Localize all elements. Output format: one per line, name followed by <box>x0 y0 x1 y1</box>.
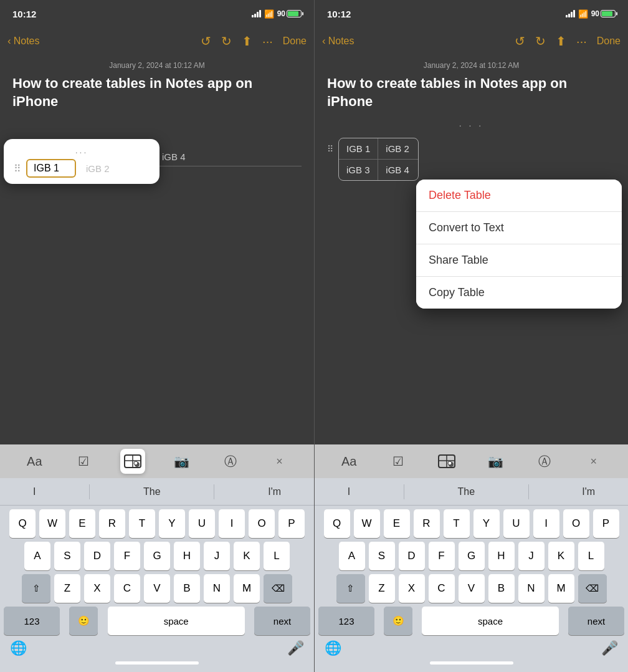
right-close-button[interactable]: × <box>581 449 606 474</box>
key-k[interactable]: K <box>234 542 260 570</box>
right-key-h[interactable]: H <box>488 542 515 570</box>
copy-table-item[interactable]: Copy Table <box>416 277 622 309</box>
right-key-u[interactable]: U <box>503 509 530 538</box>
table-cell-active[interactable]: IGB 1 <box>26 159 76 178</box>
right-redo-icon[interactable]: ↻ <box>535 34 546 49</box>
delete-table-item[interactable]: Delete Table <box>416 180 622 212</box>
right-mic-icon[interactable]: 🎤 <box>601 640 618 656</box>
space-key[interactable]: space <box>108 607 245 635</box>
right-delete-key[interactable]: ⌫ <box>578 574 607 603</box>
key-g[interactable]: G <box>144 542 170 570</box>
done-button[interactable]: Done <box>283 36 307 47</box>
key-y[interactable]: Y <box>159 509 185 538</box>
table-button[interactable] <box>120 449 145 474</box>
left-note-title[interactable]: How to create tables in Notes app on iPh… <box>12 75 302 110</box>
emoji-key[interactable]: 🙂 <box>69 607 98 635</box>
right-key-w[interactable]: W <box>354 509 380 538</box>
key-n[interactable]: N <box>204 574 230 603</box>
right-next-key[interactable]: next <box>568 607 624 635</box>
format-button[interactable]: Aa <box>22 449 47 474</box>
key-h[interactable]: H <box>174 542 200 570</box>
right-key-e[interactable]: E <box>384 509 410 538</box>
checklist-button[interactable]: ☑ <box>71 449 96 474</box>
camera-button[interactable]: 📷 <box>169 449 194 474</box>
right-cell-igb2[interactable]: iGB 2 <box>378 138 417 160</box>
right-done-button[interactable]: Done <box>597 36 621 47</box>
right-predictive-i[interactable]: I <box>335 482 363 501</box>
share-icon[interactable]: ⬆ <box>242 34 252 49</box>
convert-to-text-item[interactable]: Convert to Text <box>416 212 622 244</box>
next-key[interactable]: next <box>254 607 310 635</box>
right-key-c[interactable]: C <box>429 574 455 603</box>
key-o[interactable]: O <box>249 509 275 538</box>
right-emoji-key[interactable]: 🙂 <box>384 607 412 635</box>
left-nav-back[interactable]: ‹ Notes <box>7 35 39 47</box>
right-key-i[interactable]: I <box>533 509 559 538</box>
right-table[interactable]: IGB 1 iGB 2 iGB 3 iGB 4 <box>338 138 419 181</box>
key-s[interactable]: S <box>54 542 80 570</box>
table-popup[interactable]: ... ⠿ IGB 1 iGB 2 <box>4 139 159 184</box>
right-key-l[interactable]: L <box>578 542 604 570</box>
right-key-a[interactable]: A <box>339 542 365 570</box>
right-nav-back[interactable]: ‹ Notes <box>322 35 354 47</box>
right-checklist-button[interactable]: ☑ <box>386 449 411 474</box>
right-cell-igb3[interactable]: iGB 3 <box>339 160 378 180</box>
right-key-y[interactable]: Y <box>473 509 500 538</box>
right-key-s[interactable]: S <box>369 542 395 570</box>
key-t[interactable]: T <box>129 509 155 538</box>
undo-icon[interactable]: ↺ <box>201 34 211 49</box>
share-table-item[interactable]: Share Table <box>416 244 622 277</box>
right-key-k[interactable]: K <box>548 542 574 570</box>
right-key-o[interactable]: O <box>563 509 589 538</box>
right-cell-igb4[interactable]: iGB 4 <box>378 160 417 180</box>
mic-icon[interactable]: 🎤 <box>287 640 304 656</box>
key-j[interactable]: J <box>204 542 230 570</box>
right-markup-button[interactable]: Ⓐ <box>532 449 557 474</box>
key-m[interactable]: M <box>234 574 260 603</box>
right-globe-icon[interactable]: 🌐 <box>325 640 341 656</box>
back-label[interactable]: Notes <box>14 36 40 47</box>
key-b[interactable]: B <box>174 574 200 603</box>
right-key-f[interactable]: F <box>429 542 455 570</box>
right-share-icon[interactable]: ⬆ <box>556 34 566 49</box>
key-f[interactable]: F <box>114 542 140 570</box>
right-shift-key[interactable]: ⇧ <box>336 574 365 603</box>
key-z[interactable]: Z <box>54 574 80 603</box>
key-d[interactable]: D <box>84 542 110 570</box>
right-key-j[interactable]: J <box>518 542 545 570</box>
right-table-button[interactable] <box>434 449 459 474</box>
right-key-g[interactable]: G <box>459 542 485 570</box>
right-camera-button[interactable]: 📷 <box>483 449 508 474</box>
key-i[interactable]: I <box>219 509 245 538</box>
right-key-p[interactable]: P <box>593 509 619 538</box>
shift-key[interactable]: ⇧ <box>22 574 50 603</box>
right-predictive-the[interactable]: The <box>445 482 488 501</box>
key-c[interactable]: C <box>114 574 140 603</box>
right-key-r[interactable]: R <box>414 509 440 538</box>
right-note-title[interactable]: How to create tables in Notes app on iPh… <box>327 75 616 110</box>
right-undo-icon[interactable]: ↺ <box>515 34 525 49</box>
right-key-t[interactable]: T <box>444 509 470 538</box>
right-predictive-im[interactable]: I'm <box>569 482 607 501</box>
predictive-im[interactable]: I'm <box>255 482 293 501</box>
close-button[interactable]: × <box>267 449 292 474</box>
key-v[interactable]: V <box>144 574 170 603</box>
key-u[interactable]: U <box>189 509 215 538</box>
key-q[interactable]: Q <box>9 509 36 538</box>
right-format-button[interactable]: Aa <box>336 449 361 474</box>
right-key-d[interactable]: D <box>399 542 425 570</box>
more-icon[interactable]: ··· <box>262 34 273 49</box>
key-x[interactable]: X <box>84 574 110 603</box>
markup-button[interactable]: Ⓐ <box>218 449 243 474</box>
key-w[interactable]: W <box>39 509 65 538</box>
numbers-key[interactable]: 123 <box>4 607 60 635</box>
key-r[interactable]: R <box>99 509 125 538</box>
right-key-x[interactable]: X <box>399 574 425 603</box>
predictive-i[interactable]: I <box>21 482 48 501</box>
right-key-v[interactable]: V <box>459 574 485 603</box>
key-l[interactable]: L <box>264 542 290 570</box>
key-e[interactable]: E <box>69 509 95 538</box>
right-back-label[interactable]: Notes <box>328 36 354 47</box>
right-space-key[interactable]: space <box>422 607 559 635</box>
right-key-b[interactable]: B <box>488 574 515 603</box>
